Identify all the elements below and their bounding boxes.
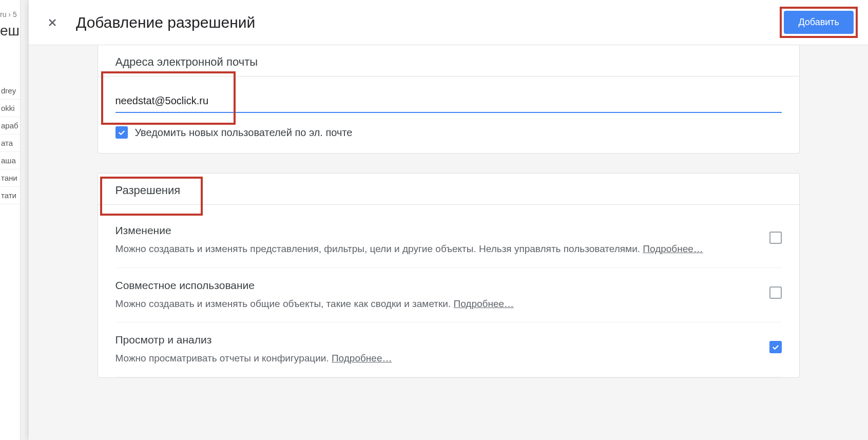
background-sidebar-item: ата <box>0 135 20 152</box>
permission-name: Совместное использование <box>115 279 749 292</box>
email-field-wrap <box>115 90 782 113</box>
background-sidebar-item: тани <box>0 169 20 187</box>
add-button[interactable]: Добавить <box>784 11 854 34</box>
permission-description: Можно создавать и изменять представления… <box>115 242 749 256</box>
email-section-title: Адреса электронной почты <box>98 45 799 76</box>
notify-label: Уведомить новых пользователей по эл. поч… <box>135 127 353 139</box>
permissions-list: ИзменениеМожно создавать и изменять пред… <box>98 205 799 377</box>
background-sidebar-item: тати <box>0 187 20 204</box>
permission-text: ИзменениеМожно создавать и изменять пред… <box>115 224 749 256</box>
permission-checkbox[interactable] <box>769 286 782 299</box>
learn-more-link[interactable]: Подробнее… <box>454 298 514 309</box>
permission-checkbox-wrap <box>769 232 782 244</box>
background-sidebar-item: аша <box>0 152 20 169</box>
modal-header: Добавление разрешений Добавить <box>29 0 868 45</box>
permissions-card: Разрешения ИзменениеМожно создавать и из… <box>98 173 800 378</box>
close-button[interactable] <box>41 11 64 34</box>
permission-checkbox[interactable] <box>769 341 782 353</box>
email-card: Адреса электронной почты Уведомить новых… <box>98 45 800 154</box>
background-panel: ru › 5 еш dreyokkiарабатаашатанитати <box>0 0 21 440</box>
permission-text: Просмотр и анализМожно просматривать отч… <box>115 334 749 366</box>
permission-item: Просмотр и анализМожно просматривать отч… <box>115 322 782 377</box>
background-sidebar-item: араб <box>0 117 20 135</box>
close-icon <box>46 16 59 29</box>
permission-name: Изменение <box>115 224 749 237</box>
permission-item: ИзменениеМожно создавать и изменять пред… <box>115 213 782 268</box>
background-sidebar-item: okki <box>0 100 20 117</box>
permission-name: Просмотр и анализ <box>115 334 749 346</box>
background-title: еш <box>0 23 20 39</box>
permissions-title-wrap: Разрешения <box>98 174 799 204</box>
check-icon <box>117 128 126 137</box>
permission-description: Можно просматривать отчеты и конфигураци… <box>115 351 749 366</box>
permission-item: Совместное использованиеМожно создавать … <box>115 268 782 323</box>
learn-more-link[interactable]: Подробнее… <box>643 243 703 254</box>
notify-checkbox[interactable] <box>115 126 128 139</box>
modal-title: Добавление разрешений <box>76 14 782 31</box>
email-input[interactable] <box>115 90 782 113</box>
add-button-wrap: Добавить <box>782 9 856 36</box>
permission-checkbox-wrap <box>769 286 782 299</box>
notify-row: Уведомить новых пользователей по эл. поч… <box>98 117 799 153</box>
permissions-section-title: Разрешения <box>115 184 181 197</box>
modal-body: Адреса электронной почты Уведомить новых… <box>29 45 868 440</box>
permission-checkbox-wrap <box>769 341 782 353</box>
learn-more-link[interactable]: Подробнее… <box>332 353 392 364</box>
breadcrumb: ru › 5 <box>0 10 17 18</box>
permission-description: Можно создавать и изменять общие объекты… <box>115 297 749 311</box>
background-sidebar-item: drey <box>0 82 20 100</box>
check-icon <box>771 342 780 352</box>
permission-text: Совместное использованиеМожно создавать … <box>115 279 749 311</box>
add-permissions-modal: Добавление разрешений Добавить Адреса эл… <box>29 0 868 440</box>
permission-checkbox[interactable] <box>769 232 782 244</box>
